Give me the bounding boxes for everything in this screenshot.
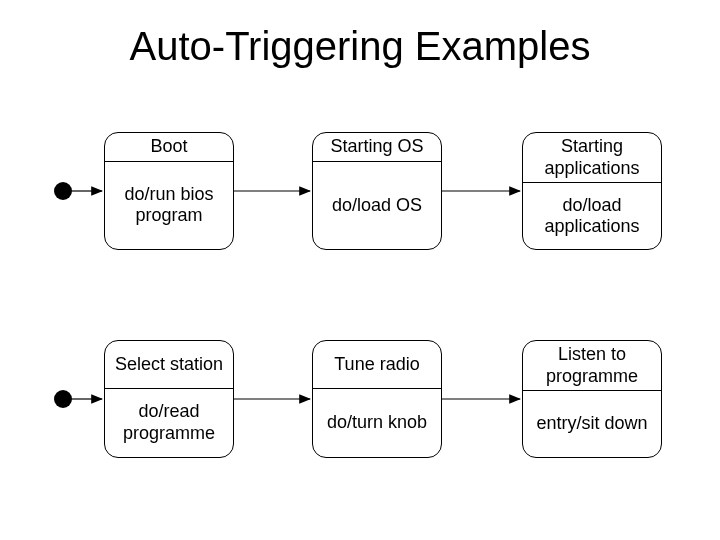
arrow-startingos-to-startingapps <box>442 190 522 192</box>
state-listen-programme-action: entry/sit down <box>523 391 661 457</box>
start-node-1 <box>54 182 72 200</box>
arrow-select-to-tune <box>234 398 312 400</box>
start-node-2 <box>54 390 72 408</box>
state-select-station-name: Select station <box>105 341 233 389</box>
page-title: Auto-Triggering Examples <box>0 24 720 69</box>
state-starting-os-action: do/load OS <box>313 162 441 249</box>
arrow-boot-to-startingos <box>234 190 312 192</box>
state-listen-programme-name: Listen to programme <box>523 341 661 391</box>
state-select-station-action: do/read programme <box>105 389 233 457</box>
state-tune-radio-name: Tune radio <box>313 341 441 389</box>
arrow-start1-to-boot <box>72 190 104 192</box>
state-boot: Boot do/run bios program <box>104 132 234 250</box>
state-listen-programme: Listen to programme entry/sit down <box>522 340 662 458</box>
state-starting-apps: Starting applications do/load applicatio… <box>522 132 662 250</box>
state-starting-os-name: Starting OS <box>313 133 441 162</box>
state-starting-apps-action: do/load applications <box>523 183 661 249</box>
state-tune-radio: Tune radio do/turn knob <box>312 340 442 458</box>
state-tune-radio-action: do/turn knob <box>313 389 441 457</box>
state-select-station: Select station do/read programme <box>104 340 234 458</box>
state-boot-name: Boot <box>105 133 233 162</box>
arrow-tune-to-listen <box>442 398 522 400</box>
arrow-start2-to-select <box>72 398 104 400</box>
state-starting-os: Starting OS do/load OS <box>312 132 442 250</box>
state-boot-action: do/run bios program <box>105 162 233 249</box>
state-starting-apps-name: Starting applications <box>523 133 661 183</box>
